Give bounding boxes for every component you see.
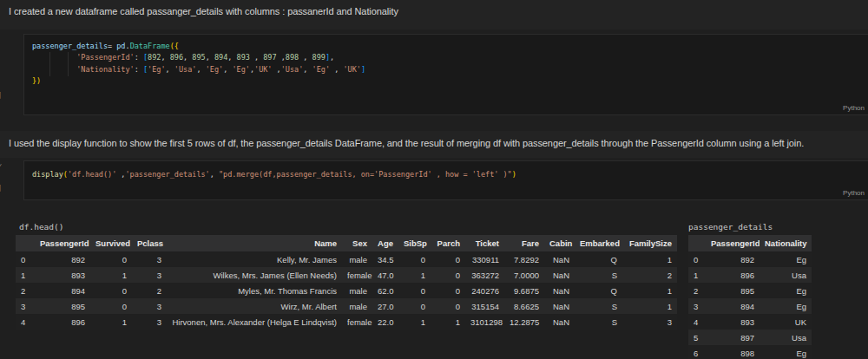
code-token: 'Usa': [281, 65, 304, 74]
code-token: ,: [206, 53, 214, 62]
code-token: ,: [303, 65, 312, 74]
table-cell: 1: [16, 267, 35, 283]
code-editor-2[interactable]: display('df.head()' ,'passenger_details'…: [32, 169, 516, 180]
table-cell: Q: [575, 251, 622, 267]
table-cell: 892: [35, 251, 90, 267]
table-cell: 9.6875: [504, 283, 544, 298]
table-cell: NaN: [544, 314, 575, 330]
table-row: 289402Myles, Mr. Thomas Francismale62.00…: [16, 283, 677, 298]
code-token: 'UK': [343, 65, 360, 74]
table-header-cell: Cabin: [544, 235, 575, 251]
code-token: :: [135, 65, 143, 74]
table-cell: 2: [132, 283, 167, 298]
code-editor-1[interactable]: passenger_details= pd.DataFrame({ 'Passe…: [32, 41, 365, 88]
table-cell: 3: [132, 267, 167, 283]
table-header-cell: Age: [372, 235, 398, 251]
table-cell: 34.5: [372, 251, 398, 267]
code-token: pd: [116, 42, 125, 50]
table-cell: 240276: [465, 283, 504, 298]
table-cell: 330911: [465, 251, 504, 267]
language-indicator[interactable]: Python: [843, 189, 865, 197]
table-cell: 894: [35, 283, 90, 298]
table-cell: 1: [398, 314, 431, 330]
code-token: "pd.merge(df,passenger_details, on='Pass…: [219, 170, 512, 179]
table-header-cell: [16, 235, 35, 251]
cell-collapse-chevron-icon[interactable]: ⌄: [0, 159, 2, 167]
table-header-row: PassengerIdNationality: [688, 235, 812, 251]
table-cell: Wilkes, Mrs. James (Ellen Needs): [167, 267, 342, 283]
table-cell: 895: [35, 298, 90, 314]
table-cell: Usa: [760, 330, 812, 345]
code-token: 'UK': [254, 65, 272, 74]
table-cell: 0: [688, 251, 706, 267]
table-cell: 896: [706, 267, 760, 283]
table-row: 1896Usa: [688, 267, 812, 283]
table-cell: male: [342, 298, 372, 314]
code-token: ]: [361, 65, 365, 74]
table-header-cell: Pclass: [132, 235, 167, 251]
table-cell: female: [342, 314, 372, 330]
code-token: 'Eg': [206, 65, 223, 74]
table-header-cell: Ticket: [465, 235, 504, 251]
table-cell: 315154: [465, 298, 504, 314]
code-token: ,: [277, 53, 286, 62]
table-cell: Eg: [760, 298, 812, 314]
code-token: 899: [312, 53, 326, 62]
code-token: 893: [237, 53, 250, 62]
code-token: ,: [273, 65, 281, 74]
table-cell: 1: [622, 298, 677, 314]
table-cell: 7.8292: [504, 251, 544, 267]
table-cell: Hirvonen, Mrs. Alexander (Helga E Lindqv…: [167, 314, 342, 330]
table-cell: 896: [35, 314, 90, 330]
code-token: ,: [196, 65, 205, 74]
table-row: 5897Usa: [688, 330, 812, 345]
code-token: ,: [166, 65, 174, 74]
table-header-cell: FamilySize: [622, 235, 677, 251]
table-cell: 4: [688, 314, 706, 330]
table-cell: 2: [622, 267, 677, 283]
code-token: 897: [263, 53, 276, 62]
code-token: ,: [183, 53, 192, 62]
table-cell: Eg: [760, 345, 812, 359]
code-token: ,: [299, 53, 312, 62]
table-header-cell: PassengerId: [706, 235, 760, 251]
code-cell-1[interactable]: passenger_details= pd.DataFrame({ 'Passe…: [23, 34, 868, 115]
table-cell: Q: [575, 283, 622, 298]
table-cell: 4: [16, 314, 35, 330]
table-cell: 12.2875: [504, 314, 544, 330]
table-cell: 0: [90, 298, 132, 314]
code-token: 'Nationality': [76, 65, 135, 74]
code-token: 'df.head()': [68, 170, 116, 179]
table-header-row: PassengerIdSurvivedPclassNameSexAgeSibSp…: [16, 235, 677, 251]
table-cell: 894: [706, 298, 760, 314]
table-cell: Myles, Mr. Thomas Francis: [167, 283, 342, 298]
code-cell-2[interactable]: display('df.head()' ,'passenger_details'…: [23, 160, 868, 200]
table-cell: 3: [622, 314, 677, 330]
table-cell: 27.0: [372, 298, 398, 314]
table-cell: UK: [760, 314, 812, 330]
dataframe-table-df-head: PassengerIdSurvivedPclassNameSexAgeSibSp…: [16, 235, 677, 330]
table-cell: 1: [398, 267, 431, 283]
table-cell: male: [342, 251, 372, 267]
table-cell: NaN: [544, 267, 575, 283]
table-cell: 0: [431, 267, 465, 283]
table-cell: NaN: [544, 251, 575, 267]
table-cell: 0: [90, 251, 132, 267]
code-token: ,: [210, 170, 219, 179]
markdown-cell-2: I used the display function to show the …: [0, 131, 868, 158]
code-token: passenger_details: [32, 42, 108, 50]
table-cell: Wirz, Mr. Albert: [167, 298, 342, 314]
table-header-cell: Survived: [90, 235, 132, 251]
table-cell: 0: [398, 251, 431, 267]
table-cell: 22.0: [372, 314, 398, 330]
code-token: ,: [250, 53, 263, 62]
table-cell: male: [342, 283, 372, 298]
table-cell: 3101298: [465, 314, 504, 330]
table-cell: 0: [16, 251, 35, 267]
output-label-passenger-details: passenger_details: [688, 222, 773, 232]
language-indicator[interactable]: Python: [843, 104, 865, 112]
code-token: 'passenger_details': [126, 170, 210, 179]
table-cell: 898: [706, 345, 760, 359]
code-token: ,: [116, 170, 125, 179]
code-token: DataFrame: [130, 42, 170, 50]
